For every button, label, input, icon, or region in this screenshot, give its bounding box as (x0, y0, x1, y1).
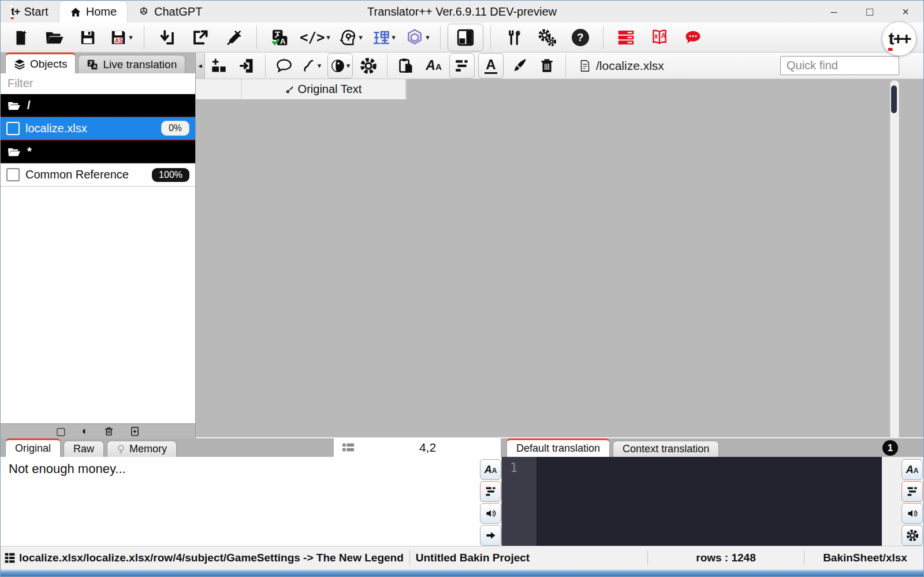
sidebar-actions-bar: ▢ ◐ (1, 423, 195, 438)
notification-badge[interactable]: 1 (882, 440, 898, 456)
minimize-button[interactable]: – (816, 1, 852, 23)
cell-reference-display: 4,2 (334, 438, 501, 457)
current-file-path: /localize.xlsx (596, 59, 664, 73)
row-view-toggle[interactable] (449, 53, 475, 79)
batch-translate-button[interactable]: A (264, 25, 295, 50)
paste-button[interactable] (394, 55, 418, 77)
grid-toolbar: ◂ ▾ ▾ AA A (196, 53, 923, 79)
font-button[interactable]: AA (422, 55, 446, 77)
delete-row-button[interactable] (535, 55, 559, 77)
question-icon: ? (572, 29, 589, 46)
object-tree: /localize.xlsx0%*Common Reference100% (1, 94, 195, 187)
wand-button[interactable]: ▾ (300, 55, 324, 77)
dictionary-button[interactable]: A (644, 25, 675, 50)
sugoi-engine-button[interactable]: ▾ (402, 25, 433, 50)
home-icon (70, 6, 81, 18)
go-to-translation-button[interactable] (480, 525, 501, 546)
add-row-button[interactable] (207, 55, 231, 77)
invert-selection-button[interactable]: ◐ (82, 425, 88, 437)
layers-icon (14, 58, 25, 70)
tree-item-2[interactable]: * (1, 140, 195, 163)
tab-start[interactable]: t+ Start (1, 1, 59, 23)
tab-home-label: Home (86, 5, 117, 18)
grid-cells-icon (4, 552, 16, 564)
key-icon (285, 85, 295, 94)
tab-default-translation[interactable]: Default translation (506, 438, 610, 457)
dropdown-caret-icon: ▾ (426, 33, 430, 42)
dropdown-caret-icon: ▾ (359, 33, 363, 42)
cell-reference-value: 4,2 (355, 441, 501, 455)
checkbox[interactable] (6, 122, 20, 135)
original-text-panel[interactable]: Not enough money... (1, 457, 502, 546)
clean-button[interactable] (507, 55, 531, 77)
text-format-toggle[interactable]: A (478, 53, 504, 79)
tab-original[interactable]: Original (5, 438, 61, 457)
tab-objects[interactable]: Objects (5, 53, 76, 73)
kanji-engine-button[interactable]: ▾ (368, 25, 400, 50)
settings-gears-button[interactable] (531, 25, 562, 50)
tools-button[interactable] (498, 25, 529, 50)
chat-button[interactable] (677, 25, 709, 50)
translator-plus-plus-logo[interactable]: t++ (882, 21, 916, 56)
tab-raw[interactable]: Raw (64, 441, 104, 457)
progress-badge: 0% (161, 121, 189, 136)
code-tools-button[interactable]: </> ▾ (297, 25, 333, 50)
server-manager-button[interactable] (610, 25, 642, 50)
export-button[interactable] (185, 25, 216, 50)
folder-open-icon (6, 100, 21, 111)
tree-item-label: localize.xlsx (25, 122, 155, 135)
sidebar-tabbar: Objects A Live translation (1, 53, 195, 73)
comment-button[interactable] (272, 55, 296, 77)
checkbox[interactable] (6, 168, 20, 181)
column-header-original[interactable]: Original Text (241, 79, 406, 100)
inject-button[interactable] (218, 25, 249, 50)
eclipse-view-toggle[interactable]: ▾ (327, 53, 353, 79)
panel-layout-toggle[interactable] (448, 24, 483, 51)
quick-find-input[interactable] (780, 56, 899, 75)
tab-chatgpt[interactable]: ChatGPT (128, 1, 213, 23)
tree-item-1[interactable]: localize.xlsx0% (1, 117, 195, 140)
apply-to-row-button[interactable] (234, 55, 259, 77)
grid-scrollbar-thumb[interactable] (891, 85, 897, 113)
tab-context-translation[interactable]: Context translation (613, 441, 719, 457)
ai-assistant-button[interactable]: ▾ (335, 25, 366, 50)
select-none-button[interactable]: ▢ (56, 425, 66, 438)
grid-settings-button[interactable] (356, 55, 381, 77)
speak-button[interactable] (480, 503, 501, 524)
grid-scrollbar[interactable] (890, 80, 899, 437)
translation-editor[interactable]: 1 (502, 457, 882, 546)
font-size-button[interactable]: AA (901, 459, 923, 480)
collapse-arrow-icon: ◂ (198, 61, 202, 70)
speak-button[interactable] (901, 503, 923, 524)
tab-memory[interactable]: Memory (107, 441, 177, 457)
maximize-button[interactable]: □ (852, 1, 888, 23)
tree-item-0[interactable]: / (1, 94, 195, 117)
open-folder-button[interactable] (39, 25, 70, 50)
close-button[interactable]: × (888, 1, 923, 23)
add-object-button[interactable] (130, 426, 140, 437)
list-icon (334, 442, 355, 453)
import-button[interactable] (151, 25, 182, 50)
svg-text:A: A (93, 64, 96, 69)
editor-content[interactable] (536, 457, 882, 546)
sidebar-collapse-handle[interactable]: ◂ (196, 53, 205, 79)
tab-live-translation[interactable]: A Live translation (78, 55, 185, 73)
row-number-header[interactable] (196, 79, 241, 100)
font-size-button[interactable]: AA (480, 459, 501, 480)
tree-item-label: / (27, 99, 189, 112)
filter-input[interactable] (1, 73, 195, 94)
live-translation-icon: A (87, 59, 98, 70)
row-view-button[interactable] (901, 481, 923, 502)
delete-object-button[interactable] (104, 426, 114, 437)
tree-item-label: * (27, 145, 189, 158)
row-view-button[interactable] (480, 481, 501, 502)
translation-tabbar: Default translation Context translation (502, 438, 923, 457)
help-button[interactable]: ? (565, 25, 596, 50)
new-project-button[interactable] (5, 25, 36, 50)
save-as-button[interactable]: AS ▾ (106, 25, 137, 50)
tree-item-3[interactable]: Common Reference100% (1, 163, 195, 187)
column-header-1[interactable] (406, 79, 407, 100)
tab-home[interactable]: Home (59, 1, 128, 23)
save-button[interactable] (72, 25, 103, 50)
editor-settings-button[interactable] (901, 525, 923, 546)
